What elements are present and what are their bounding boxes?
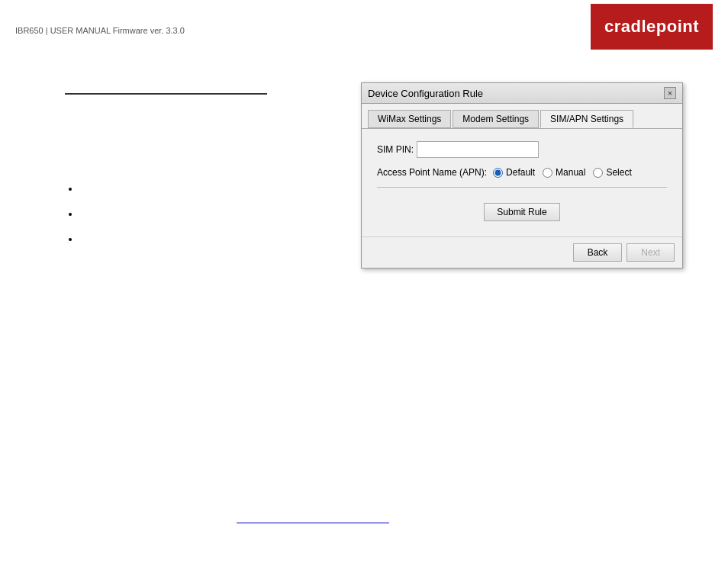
- sim-pin-row: SIM PIN:: [377, 141, 667, 158]
- page-header: IBR650 | USER MANUAL Firmware ver. 3.3.0…: [0, 0, 728, 53]
- cradlepoint-logo: cradlepoint: [591, 4, 713, 50]
- dialog-title-bar: Device Configuration Rule ×: [362, 83, 682, 104]
- sim-pin-input[interactable]: [417, 141, 539, 158]
- close-button[interactable]: ×: [664, 87, 676, 99]
- manual-title: IBR650 | USER MANUAL Firmware ver. 3.3.0: [15, 26, 185, 35]
- apn-option-manual[interactable]: Manual: [543, 167, 585, 178]
- section-divider: [65, 93, 267, 95]
- tab-sim-apn-settings[interactable]: SIM/APN Settings: [540, 110, 633, 128]
- sim-pin-label: SIM PIN:: [377, 144, 414, 155]
- submit-rule-button[interactable]: Submit Rule: [484, 203, 559, 221]
- dialog-footer: Back Next: [362, 236, 682, 268]
- bottom-link[interactable]: [237, 513, 389, 523]
- apn-manual-label: Manual: [556, 167, 585, 178]
- apn-radio-default[interactable]: [493, 168, 503, 178]
- device-config-dialog: Device Configuration Rule × WiMax Settin…: [361, 82, 683, 269]
- tab-modem-settings[interactable]: Modem Settings: [453, 110, 539, 128]
- apn-label: Access Point Name (APN):: [377, 167, 487, 178]
- content-divider: [377, 187, 667, 188]
- apn-radio-select[interactable]: [593, 168, 603, 178]
- apn-radio-manual[interactable]: [543, 168, 552, 178]
- apn-row: Access Point Name (APN): Default Manual …: [377, 167, 667, 178]
- dialog-content: SIM PIN: Access Point Name (APN): Defaul…: [362, 129, 682, 236]
- tab-wimax-settings[interactable]: WiMax Settings: [368, 110, 451, 128]
- bullet-list: [65, 183, 80, 259]
- apn-radio-group: Default Manual Select: [493, 167, 632, 178]
- next-button[interactable]: Next: [627, 243, 675, 262]
- back-button[interactable]: Back: [573, 243, 623, 262]
- apn-default-label: Default: [506, 167, 535, 178]
- tab-bar: WiMax Settings Modem Settings SIM/APN Se…: [362, 104, 682, 129]
- apn-select-label: Select: [606, 167, 631, 178]
- dialog-title: Device Configuration Rule: [368, 88, 483, 99]
- apn-option-default[interactable]: Default: [493, 167, 535, 178]
- submit-area: Submit Rule: [377, 195, 667, 229]
- logo-text: cradlepoint: [604, 17, 699, 37]
- apn-option-select[interactable]: Select: [593, 167, 631, 178]
